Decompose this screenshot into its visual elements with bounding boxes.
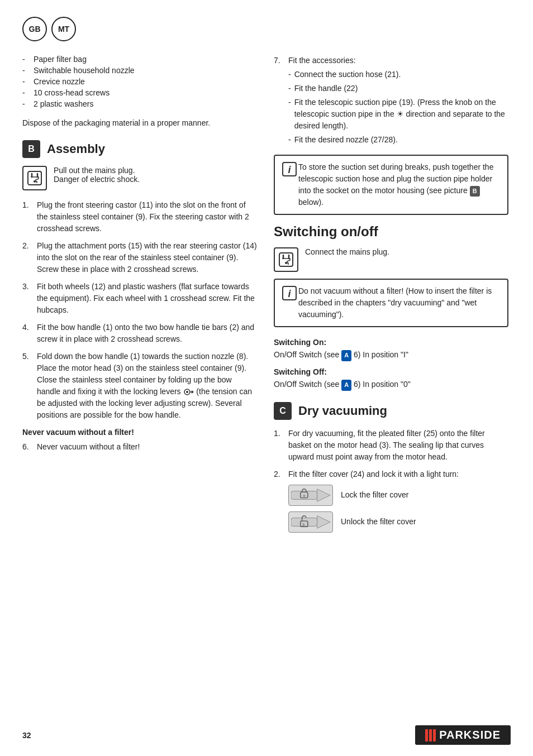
svg-rect-10 [279, 253, 293, 266]
info-box: i To store the suction set during breaks… [274, 155, 508, 215]
svg-point-13 [285, 262, 287, 264]
svg-point-5 [186, 391, 188, 393]
list-item: -Crevice nozzle [22, 77, 257, 86]
list-item: -Paper filter bag [22, 55, 257, 64]
left-column: -Paper filter bag -Switchable household … [22, 55, 257, 545]
connect-mains-text: Connect the mains plug. [305, 247, 389, 256]
unlock-filter-label: Unlock the filter cover [341, 516, 416, 528]
svg-text:a: a [303, 494, 305, 497]
brand-stripe-1 [425, 729, 428, 741]
switching-on-section: Switching On: On/Off Switch (see A 6) In… [274, 336, 508, 361]
electric-shock-icon [22, 166, 47, 190]
brand-stripe-2 [429, 729, 432, 741]
footer: 32 PARKSIDE [22, 725, 511, 745]
step-4: 4. Fit the bow handle (1) onto the two b… [22, 322, 257, 345]
svg-marker-7 [192, 390, 194, 394]
section-c-title: Dry vacuuming [298, 404, 387, 418]
section-c-heading: C Dry vacuuming [274, 402, 508, 420]
brand-stripes [425, 729, 436, 741]
connect-plug-row: Connect the mains plug. [274, 247, 508, 272]
unlock-filter-icon: b [288, 511, 333, 533]
list-item: -2 plastic washers [22, 99, 257, 108]
electric-icon-svg [26, 169, 44, 187]
svg-text:i: i [288, 164, 291, 175]
brand-logo: PARKSIDE [415, 725, 511, 745]
step-3: 3. Fit both wheels (12) and plastic wash… [22, 281, 257, 316]
no-vacuum-info: i Do not vacuum without a filter! (How t… [274, 279, 508, 327]
section-b-badge: B [22, 140, 40, 158]
dry-step-2: 2. Fit the filter cover (24) and lock it… [274, 468, 508, 538]
badge-mt: MT [51, 17, 76, 41]
dry-vacuum-steps: 1. For dry vacuuming, fit the pleated fi… [274, 428, 508, 538]
step-5: 5. Fold down the bow handle (1) towards … [22, 351, 257, 421]
list-item: -10 cross-head screws [22, 88, 257, 97]
ref-a-badge-2: A [341, 380, 351, 391]
step7-list: 7. Fit the accessories: -Connect the suc… [274, 55, 508, 148]
lock-filter-icon: a [288, 485, 333, 506]
svg-point-3 [34, 180, 36, 183]
items-list: -Paper filter bag -Switchable household … [22, 55, 257, 108]
list-item: -Switchable household nozzle [22, 66, 257, 75]
ref-badge-b: B [470, 186, 480, 197]
lock-lever-icon [183, 386, 194, 398]
assembly-warning-text: Pull out the mains plug. Danger of elect… [54, 166, 140, 184]
svg-text:i: i [288, 288, 291, 299]
section-b-title: Assembly [47, 142, 105, 156]
svg-marker-21 [317, 516, 330, 528]
dry-step-1: 1. For dry vacuuming, fit the pleated fi… [274, 428, 508, 463]
header-badges: GB MT [22, 17, 511, 41]
svg-marker-17 [317, 489, 330, 501]
lock-filter-row: a Lock the filter cover [288, 485, 459, 506]
right-column: 7. Fit the accessories: -Connect the suc… [274, 55, 508, 545]
page-layout: -Paper filter bag -Switchable household … [22, 55, 511, 545]
step-6: 6. Never vacuum without a filter! [22, 441, 257, 453]
step-1: 1. Plug the front steering castor (11) i… [22, 199, 257, 235]
no-vacuum-warning: Never vacuum without a filter! [22, 428, 257, 437]
assembly-step6: 6. Never vacuum without a filter! [22, 441, 257, 453]
section-c-badge: C [274, 402, 292, 420]
brand-stripe-3 [433, 729, 436, 741]
plug-icon [274, 247, 298, 272]
switching-on-label: Switching On: [274, 338, 326, 347]
ref-a-badge-1: A [341, 350, 351, 361]
brand-name: PARKSIDE [439, 729, 501, 741]
assembly-steps: 1. Plug the front steering castor (11) i… [22, 199, 257, 421]
step-2: 2. Plug the attachment ports (15) with t… [22, 240, 257, 275]
dispose-text: Dispose of the packaging material in a p… [22, 117, 257, 129]
badge-gb: GB [22, 17, 47, 41]
svg-rect-0 [28, 171, 41, 185]
switching-off-label: Switching Off: [274, 367, 327, 376]
section-b-heading: B Assembly [22, 140, 257, 158]
svg-text:b: b [303, 523, 305, 527]
page-number: 32 [22, 731, 31, 740]
no-vacuum-text: Do not vacuum without a filter! (How to … [298, 285, 501, 320]
lock-filter-label: Lock the filter cover [341, 489, 408, 501]
step7-substeps: -Connect the suction hose (21). -Fit the… [288, 69, 508, 146]
switching-off-section: Switching Off: On/Off Switch (see A 6) I… [274, 366, 508, 391]
assembly-warning: Pull out the mains plug. Danger of elect… [22, 166, 257, 190]
info-icon: i [282, 161, 293, 181]
info-icon-2: i [282, 285, 293, 305]
step-7: 7. Fit the accessories: -Connect the suc… [274, 55, 508, 148]
unlock-filter-row: b Unlock the filter cover [288, 511, 459, 533]
switching-title: Switching on/off [274, 224, 508, 240]
